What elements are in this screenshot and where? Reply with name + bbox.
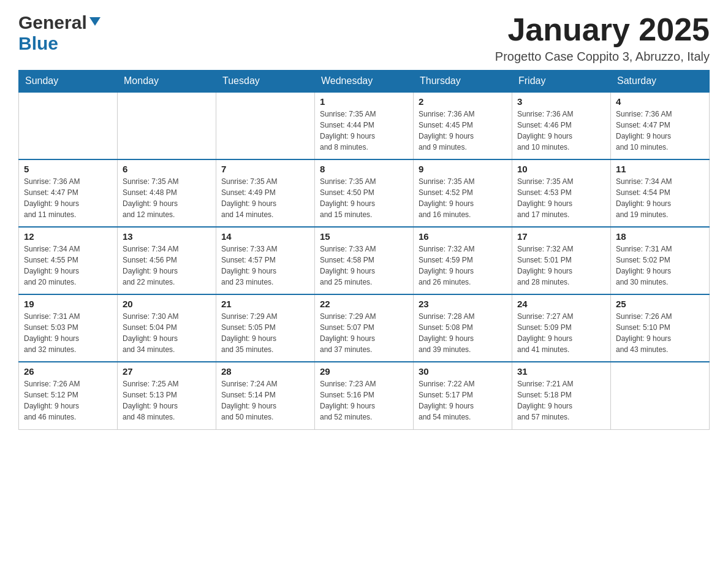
day-number: 19 [24, 299, 112, 309]
day-info: Sunrise: 7:35 AM Sunset: 4:49 PM Dayligh… [221, 176, 309, 220]
calendar-cell: 26Sunrise: 7:26 AM Sunset: 5:12 PM Dayli… [19, 362, 118, 429]
day-number: 20 [123, 299, 211, 309]
day-info: Sunrise: 7:27 AM Sunset: 5:09 PM Dayligh… [517, 311, 605, 355]
day-info: Sunrise: 7:26 AM Sunset: 5:10 PM Dayligh… [616, 311, 704, 355]
day-number: 31 [517, 366, 605, 377]
day-info: Sunrise: 7:36 AM Sunset: 4:47 PM Dayligh… [616, 109, 704, 153]
day-number: 12 [24, 231, 112, 242]
day-info: Sunrise: 7:35 AM Sunset: 4:53 PM Dayligh… [517, 176, 605, 220]
day-number: 11 [616, 164, 704, 174]
calendar-header-saturday: Saturday [611, 71, 710, 93]
svg-marker-0 [89, 17, 100, 26]
day-info: Sunrise: 7:35 AM Sunset: 4:48 PM Dayligh… [123, 176, 211, 220]
day-number: 30 [419, 366, 507, 377]
calendar-cell: 6Sunrise: 7:35 AM Sunset: 4:48 PM Daylig… [118, 159, 216, 227]
day-info: Sunrise: 7:36 AM Sunset: 4:47 PM Dayligh… [24, 176, 112, 220]
day-number: 15 [320, 231, 408, 242]
calendar-cell: 9Sunrise: 7:35 AM Sunset: 4:52 PM Daylig… [414, 159, 512, 227]
day-number: 28 [221, 366, 309, 377]
calendar-header-tuesday: Tuesday [216, 71, 315, 93]
calendar-header-thursday: Thursday [414, 71, 512, 93]
day-info: Sunrise: 7:32 AM Sunset: 4:59 PM Dayligh… [419, 243, 507, 288]
day-number: 1 [320, 96, 408, 107]
calendar-week-row: 5Sunrise: 7:36 AM Sunset: 4:47 PM Daylig… [19, 159, 710, 227]
calendar-header-friday: Friday [512, 71, 611, 93]
calendar-cell: 2Sunrise: 7:36 AM Sunset: 4:45 PM Daylig… [414, 92, 512, 159]
day-number: 18 [616, 231, 704, 242]
location-title: Progetto Case Coppito 3, Abruzzo, Italy [495, 50, 710, 64]
calendar-cell: 4Sunrise: 7:36 AM Sunset: 4:47 PM Daylig… [611, 92, 710, 159]
day-info: Sunrise: 7:21 AM Sunset: 5:18 PM Dayligh… [517, 378, 605, 423]
logo-arrow-icon [88, 15, 102, 31]
day-number: 21 [221, 299, 309, 309]
calendar-cell: 28Sunrise: 7:24 AM Sunset: 5:14 PM Dayli… [216, 362, 315, 429]
day-number: 14 [221, 231, 309, 242]
day-info: Sunrise: 7:35 AM Sunset: 4:50 PM Dayligh… [320, 176, 408, 220]
calendar-cell: 12Sunrise: 7:34 AM Sunset: 4:55 PM Dayli… [19, 227, 118, 294]
day-number: 9 [419, 164, 507, 174]
day-info: Sunrise: 7:34 AM Sunset: 4:55 PM Dayligh… [24, 243, 112, 288]
calendar-cell: 16Sunrise: 7:32 AM Sunset: 4:59 PM Dayli… [414, 227, 512, 294]
calendar-cell: 13Sunrise: 7:34 AM Sunset: 4:56 PM Dayli… [118, 227, 216, 294]
calendar-cell [19, 92, 118, 159]
day-info: Sunrise: 7:24 AM Sunset: 5:14 PM Dayligh… [221, 378, 309, 423]
calendar-cell [216, 92, 315, 159]
calendar-header-monday: Monday [118, 71, 216, 93]
calendar-cell: 5Sunrise: 7:36 AM Sunset: 4:47 PM Daylig… [19, 159, 118, 227]
calendar-week-row: 1Sunrise: 7:35 AM Sunset: 4:44 PM Daylig… [19, 92, 710, 159]
day-info: Sunrise: 7:29 AM Sunset: 5:05 PM Dayligh… [221, 311, 309, 355]
day-number: 29 [320, 366, 408, 377]
logo: General Blue [18, 12, 102, 54]
calendar-header-wednesday: Wednesday [315, 71, 414, 93]
calendar-week-row: 12Sunrise: 7:34 AM Sunset: 4:55 PM Dayli… [19, 227, 710, 294]
day-info: Sunrise: 7:36 AM Sunset: 4:46 PM Dayligh… [517, 109, 605, 153]
day-number: 25 [616, 299, 704, 309]
calendar-cell: 14Sunrise: 7:33 AM Sunset: 4:57 PM Dayli… [216, 227, 315, 294]
calendar-cell: 24Sunrise: 7:27 AM Sunset: 5:09 PM Dayli… [512, 294, 611, 362]
logo-general-text: General [18, 12, 87, 33]
day-number: 8 [320, 164, 408, 174]
page-header: General Blue January 2025 Progetto Case … [18, 12, 710, 64]
day-number: 10 [517, 164, 605, 174]
calendar-table: SundayMondayTuesdayWednesdayThursdayFrid… [18, 70, 710, 430]
calendar-cell: 25Sunrise: 7:26 AM Sunset: 5:10 PM Dayli… [611, 294, 710, 362]
calendar-cell [611, 362, 710, 429]
day-info: Sunrise: 7:30 AM Sunset: 5:04 PM Dayligh… [123, 311, 211, 355]
calendar-header-sunday: Sunday [19, 71, 118, 93]
day-info: Sunrise: 7:25 AM Sunset: 5:13 PM Dayligh… [123, 378, 211, 423]
calendar-cell: 17Sunrise: 7:32 AM Sunset: 5:01 PM Dayli… [512, 227, 611, 294]
day-number: 27 [123, 366, 211, 377]
day-number: 5 [24, 164, 112, 174]
day-info: Sunrise: 7:35 AM Sunset: 4:44 PM Dayligh… [320, 109, 408, 153]
day-info: Sunrise: 7:36 AM Sunset: 4:45 PM Dayligh… [419, 109, 507, 153]
day-number: 26 [24, 366, 112, 377]
day-info: Sunrise: 7:35 AM Sunset: 4:52 PM Dayligh… [419, 176, 507, 220]
day-number: 24 [517, 299, 605, 309]
calendar-cell: 8Sunrise: 7:35 AM Sunset: 4:50 PM Daylig… [315, 159, 414, 227]
day-number: 4 [616, 96, 704, 107]
day-number: 3 [517, 96, 605, 107]
calendar-cell: 11Sunrise: 7:34 AM Sunset: 4:54 PM Dayli… [611, 159, 710, 227]
day-info: Sunrise: 7:23 AM Sunset: 5:16 PM Dayligh… [320, 378, 408, 423]
calendar-cell: 1Sunrise: 7:35 AM Sunset: 4:44 PM Daylig… [315, 92, 414, 159]
calendar-cell: 19Sunrise: 7:31 AM Sunset: 5:03 PM Dayli… [19, 294, 118, 362]
month-title: January 2025 [495, 12, 710, 47]
day-number: 16 [419, 231, 507, 242]
calendar-cell: 29Sunrise: 7:23 AM Sunset: 5:16 PM Dayli… [315, 362, 414, 429]
day-info: Sunrise: 7:22 AM Sunset: 5:17 PM Dayligh… [419, 378, 507, 423]
day-info: Sunrise: 7:26 AM Sunset: 5:12 PM Dayligh… [24, 378, 112, 423]
day-info: Sunrise: 7:31 AM Sunset: 5:02 PM Dayligh… [616, 243, 704, 288]
day-info: Sunrise: 7:34 AM Sunset: 4:54 PM Dayligh… [616, 176, 704, 220]
day-info: Sunrise: 7:28 AM Sunset: 5:08 PM Dayligh… [419, 311, 507, 355]
calendar-header-row: SundayMondayTuesdayWednesdayThursdayFrid… [19, 71, 710, 93]
day-info: Sunrise: 7:33 AM Sunset: 4:58 PM Dayligh… [320, 243, 408, 288]
calendar-week-row: 26Sunrise: 7:26 AM Sunset: 5:12 PM Dayli… [19, 362, 710, 429]
day-info: Sunrise: 7:31 AM Sunset: 5:03 PM Dayligh… [24, 311, 112, 355]
day-number: 17 [517, 231, 605, 242]
day-info: Sunrise: 7:32 AM Sunset: 5:01 PM Dayligh… [517, 243, 605, 288]
day-number: 22 [320, 299, 408, 309]
day-info: Sunrise: 7:33 AM Sunset: 4:57 PM Dayligh… [221, 243, 309, 288]
calendar-cell: 3Sunrise: 7:36 AM Sunset: 4:46 PM Daylig… [512, 92, 611, 159]
calendar-cell: 30Sunrise: 7:22 AM Sunset: 5:17 PM Dayli… [414, 362, 512, 429]
calendar-cell: 23Sunrise: 7:28 AM Sunset: 5:08 PM Dayli… [414, 294, 512, 362]
